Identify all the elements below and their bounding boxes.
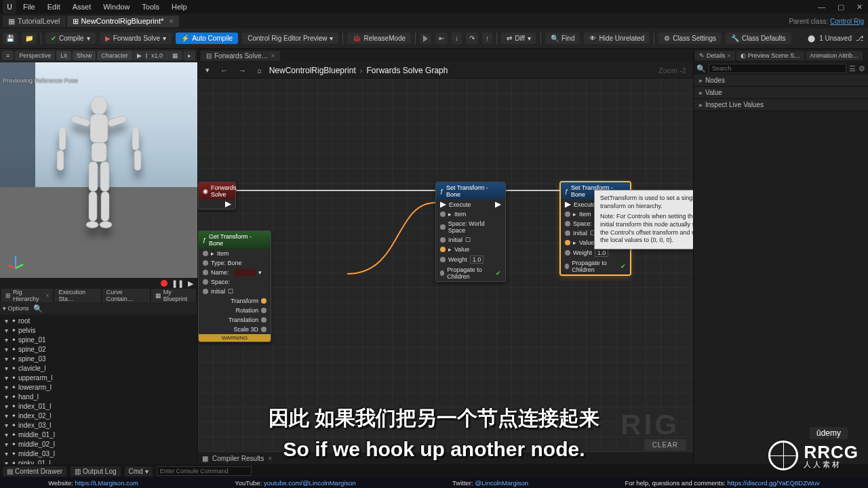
- forward-icon[interactable]: ▶: [188, 279, 193, 288]
- menu-tools[interactable]: Tools: [136, 1, 165, 12]
- bone-middle_03_l[interactable]: ▾✦middle_03_l: [0, 449, 197, 458]
- tab-details[interactable]: ✎Details×: [695, 51, 735, 60]
- compiler-results-tab[interactable]: ▦ Compiler Results ×: [198, 452, 693, 464]
- exec-out-pin[interactable]: [225, 201, 231, 207]
- exec-in-pin[interactable]: [440, 202, 446, 208]
- name-field[interactable]: [235, 269, 256, 276]
- cmd-dropdown[interactable]: Cmd▾: [125, 466, 153, 476]
- tab-close-icon[interactable]: ×: [169, 17, 173, 25]
- in-pin[interactable]: [440, 224, 446, 230]
- find-button[interactable]: 🔍Find: [545, 33, 580, 44]
- in-pin[interactable]: [203, 251, 208, 256]
- bone-upperarm_l[interactable]: ▾✦upperarm_l: [0, 373, 197, 382]
- in-pin[interactable]: [565, 221, 570, 226]
- clear-button[interactable]: CLEAR: [644, 439, 686, 451]
- footer-link[interactable]: https://discord.gg/YaEQ8DZWuv: [727, 479, 819, 487]
- section-nodes[interactable]: ▸Nodes: [694, 75, 868, 87]
- viewport-character[interactable]: Character: [97, 51, 132, 60]
- parent-class-link[interactable]: Control Rig: [830, 18, 864, 25]
- maximize-icon[interactable]: ▢: [835, 3, 847, 12]
- weight-value[interactable]: 1.0: [470, 256, 484, 264]
- bone-spine_03[interactable]: ▾✦spine_03: [0, 354, 197, 363]
- menu-help[interactable]: Help: [166, 1, 193, 12]
- tab-curve-container[interactable]: Curve Contain…: [102, 287, 150, 304]
- node-forwards-solve[interactable]: ◉Forwards Solve: [198, 182, 236, 209]
- menu-window[interactable]: Window: [98, 1, 135, 12]
- bone-root[interactable]: ▾✦root: [0, 316, 197, 325]
- class-settings-button[interactable]: ⚙Class Settings: [658, 33, 722, 44]
- in-pin[interactable]: [565, 230, 570, 236]
- bone-clavicle_l[interactable]: ▾✦clavicle_l: [0, 363, 197, 373]
- close-icon[interactable]: ✕: [854, 3, 865, 12]
- options-dropdown[interactable]: ▾ Options: [3, 305, 29, 312]
- tab-rig-hierarchy[interactable]: ⊞Rig Hierarchy×: [1, 287, 53, 304]
- in-pin[interactable]: [565, 211, 570, 217]
- out-pin[interactable]: [261, 327, 267, 332]
- nav-back-icon[interactable]: ←: [217, 65, 231, 76]
- in-pin[interactable]: [203, 289, 208, 294]
- in-pin[interactable]: [565, 250, 570, 256]
- tab-close-icon[interactable]: ×: [271, 52, 275, 60]
- viewport-show[interactable]: Show: [73, 51, 96, 60]
- in-pin[interactable]: [565, 264, 569, 269]
- viewport-lit[interactable]: Lit: [56, 51, 71, 60]
- nav-menu-icon[interactable]: ▾: [202, 64, 213, 76]
- weight-value[interactable]: 1.0: [595, 249, 609, 257]
- breadcrumb-root[interactable]: NewControlRigBlueprint: [269, 66, 356, 75]
- viewport-menu[interactable]: ≡: [2, 51, 14, 60]
- viewport-speed[interactable]: x1.0: [147, 51, 167, 60]
- nav-home-icon[interactable]: ⌂: [254, 65, 265, 76]
- breadcrumb-graph[interactable]: Forwards Solve Graph: [366, 66, 448, 75]
- class-defaults-button[interactable]: 🔧Class Defaults: [726, 33, 791, 44]
- minimize-icon[interactable]: —: [815, 3, 828, 11]
- bone-tree[interactable]: ▾✦root▾✦pelvis▾✦spine_01▾✦spine_02▾✦spin…: [0, 314, 197, 464]
- source-control-icon[interactable]: ⎇: [856, 35, 864, 42]
- editor-preview-dropdown[interactable]: Control Rig Editor Preview▾: [242, 33, 338, 44]
- nav-forward-icon[interactable]: →: [235, 65, 250, 76]
- pause-icon[interactable]: ❚❚: [172, 279, 184, 288]
- record-icon[interactable]: [161, 280, 167, 287]
- details-search-input[interactable]: [709, 64, 846, 73]
- search-icon[interactable]: 🔍: [33, 304, 43, 313]
- bone-index_01_l[interactable]: ▾✦index_01_l: [0, 401, 197, 411]
- save-button[interactable]: 💾: [3, 33, 18, 44]
- bone-spine_02[interactable]: ▾✦spine_02: [0, 344, 197, 354]
- bone-middle_02_l[interactable]: ▾✦middle_02_l: [0, 439, 197, 449]
- footer-link[interactable]: @LincolnMargison: [475, 479, 528, 487]
- exec-in-pin[interactable]: [565, 202, 571, 208]
- in-pin[interactable]: [203, 270, 208, 275]
- bone-hand_l[interactable]: ▾✦hand_l: [0, 392, 197, 401]
- step-over-button[interactable]: ↷: [466, 33, 478, 44]
- in-pin[interactable]: [203, 279, 208, 285]
- compile-button[interactable]: ✔Compile▾: [45, 33, 96, 44]
- bone-middle_01_l[interactable]: ▾✦middle_01_l: [0, 430, 197, 439]
- out-pin[interactable]: [261, 308, 267, 313]
- in-pin[interactable]: [440, 237, 446, 243]
- browse-button[interactable]: 📁: [22, 33, 37, 44]
- tab-control-rig-bp[interactable]: ⊞ NewControlRigBlueprint* ×: [67, 16, 179, 27]
- content-drawer-button[interactable]: ▤Content Drawer: [3, 466, 66, 476]
- footer-link[interactable]: https://LMargison.com: [75, 479, 138, 487]
- hide-unrelated-button[interactable]: 👁Hide Unrelated: [584, 33, 650, 44]
- section-value[interactable]: ▸Value: [694, 87, 868, 99]
- bone-index_03_l[interactable]: ▾✦index_03_l: [0, 420, 197, 430]
- exec-out-pin[interactable]: [495, 202, 501, 208]
- tab-forwards-solve[interactable]: ⊟Forwards Solve…×: [201, 51, 280, 61]
- bone-pelvis[interactable]: ▾✦pelvis: [0, 325, 197, 335]
- menu-file[interactable]: File: [18, 1, 41, 12]
- bone-index_02_l[interactable]: ▾✦index_02_l: [0, 411, 197, 420]
- step-into-button[interactable]: ↓: [452, 33, 462, 44]
- auto-compile-toggle[interactable]: ⚡Auto Compile: [176, 33, 238, 44]
- node-get-transform[interactable]: ƒGet Transform - Bone ▸Item Type: Bone N…: [198, 230, 271, 342]
- diff-button[interactable]: ⇄Diff▾: [501, 33, 536, 44]
- output-log-button[interactable]: ▥Output Log: [71, 466, 120, 476]
- bone-pinky_01_l[interactable]: ▾✦pinky_01_l: [0, 458, 197, 464]
- in-pin[interactable]: [565, 240, 570, 245]
- in-pin[interactable]: [440, 270, 444, 276]
- viewport-3d[interactable]: Previewing Reference Pose: [0, 62, 197, 278]
- in-pin[interactable]: [440, 247, 446, 252]
- node-set-transform-1[interactable]: ƒSet Transform - Bone Execute ▸Item Spac…: [435, 182, 506, 282]
- tab-preview-scene[interactable]: ◐Preview Scene S…: [736, 51, 805, 60]
- tab-my-blueprint[interactable]: ▦My Blueprint: [151, 287, 196, 304]
- viewport-play-icon[interactable]: ▶: [133, 51, 146, 60]
